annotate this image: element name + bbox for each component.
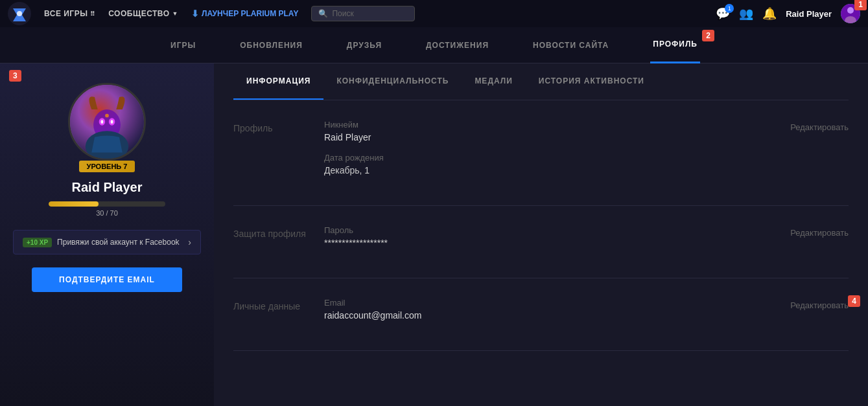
xp-label: 30 / 70: [49, 209, 165, 217]
profile-avatar-container: [68, 83, 146, 161]
sec-nav-updates[interactable]: ОБНОВЛЕНИЯ: [237, 27, 305, 63]
security-edit-button[interactable]: Редактировать: [771, 225, 849, 238]
profile-edit-button[interactable]: Редактировать: [771, 120, 849, 132]
friends-icon-btn[interactable]: 👥: [739, 6, 753, 21]
facebook-promo[interactable]: +10 XP Привяжи свой аккаунт к Facebook ›: [13, 230, 201, 254]
svg-point-1: [17, 11, 22, 16]
xp-bar-background: [49, 201, 165, 207]
password-value: ******************: [324, 238, 771, 248]
username-label[interactable]: Raid Player: [786, 9, 832, 19]
personal-section-content: Email raidaccount@gmail.com: [324, 298, 771, 331]
personal-edit-container: Редактировать 4: [771, 298, 849, 310]
svg-point-12: [105, 114, 109, 118]
birthday-value: Декабрь, 1: [324, 165, 771, 175]
birthday-label: Дата рождения: [324, 153, 771, 163]
profile-section-content: Никнейм Raid Player Дата рождения Декабр…: [324, 120, 771, 186]
dots-icon: ⠿: [90, 10, 95, 17]
right-panel: ИНФОРМАЦИЯ КОНФИДЕНЦИАЛЬНОСТЬ МЕДАЛИ ИСТ…: [214, 63, 868, 406]
sec-nav-friends[interactable]: ДРУЗЬЯ: [344, 27, 384, 63]
annotation-badge-3: 3: [9, 70, 21, 82]
nav-launcher[interactable]: ⬇ ЛАУНЧЕР PLARIUM PLAY: [191, 8, 298, 19]
email-value: raidaccount@gmail.com: [324, 310, 771, 321]
xp-bar-fill: [49, 201, 99, 207]
user-avatar-container[interactable]: 1: [841, 4, 860, 23]
password-label: Пароль: [324, 225, 771, 235]
tab-privacy[interactable]: КОНФИДЕНЦИАЛЬНОСТЬ: [323, 63, 462, 100]
svg-point-9: [101, 120, 104, 124]
personal-section: Личные данные Email raidaccount@gmail.co…: [233, 278, 849, 351]
nickname-value: Raid Player: [324, 132, 771, 142]
sec-nav-profile-container: ПРОФИЛЬ 2: [650, 27, 700, 63]
notifications-icon-btn[interactable]: 🔔: [762, 6, 777, 21]
xp-bar-container: 30 / 70: [49, 201, 165, 217]
svg-point-10: [111, 120, 113, 124]
fb-arrow-icon: ›: [188, 237, 191, 247]
fb-promo-text: Привяжи свой аккаунт к Facebook: [57, 238, 183, 247]
nickname-label: Никнейм: [324, 120, 771, 130]
profile-section-label: Профиль: [233, 120, 324, 135]
profile-info-section: Профиль Никнейм Raid Player Дата рождени…: [233, 100, 849, 206]
left-sidebar: 3: [0, 63, 214, 406]
xp-tag: +10 XP: [23, 238, 52, 247]
annotation-badge-2: 2: [702, 30, 714, 41]
nav-all-games[interactable]: ВСЕ ИГРЫ ⠿: [44, 9, 95, 18]
secondary-nav: ИГРЫ ОБНОВЛЕНИЯ ДРУЗЬЯ ДОСТИЖЕНИЯ НОВОСТ…: [0, 27, 868, 63]
top-nav: ВСЕ ИГРЫ ⠿ СООБЩЕСТВО ▼ ⬇ ЛАУНЧЕР PLARIU…: [0, 0, 868, 27]
chat-icon-btn[interactable]: 💬 1: [716, 6, 730, 21]
bell-icon: 🔔: [762, 7, 777, 20]
chevron-down-icon: ▼: [172, 10, 178, 17]
personal-edit-button[interactable]: Редактировать: [771, 298, 849, 310]
sidebar-player-name: Raid Player: [72, 180, 143, 195]
email-label: Email: [324, 298, 771, 308]
plarium-logo[interactable]: [8, 2, 31, 25]
annotation-badge-4: 4: [848, 295, 860, 307]
security-section-label: Защита профиля: [233, 225, 324, 241]
sec-nav-games[interactable]: ИГРЫ: [168, 27, 198, 63]
annotation-badge-1: 1: [854, 0, 867, 10]
profile-tabs: ИНФОРМАЦИЯ КОНФИДЕНЦИАЛЬНОСТЬ МЕДАЛИ ИСТ…: [233, 63, 849, 100]
svg-point-3: [847, 7, 854, 14]
chat-badge: 1: [725, 4, 734, 13]
profile-avatar: [68, 83, 146, 161]
download-icon: ⬇: [191, 8, 199, 19]
main-content: 3: [0, 63, 868, 406]
sec-nav-profile[interactable]: ПРОФИЛЬ: [650, 27, 700, 63]
search-bar[interactable]: 🔍 Поиск: [311, 6, 415, 21]
level-badge: УРОВЕНЬ 7: [79, 161, 135, 172]
sec-nav-achievements[interactable]: ДОСТИЖЕНИЯ: [423, 27, 491, 63]
security-section-content: Пароль ******************: [324, 225, 771, 258]
security-section: Защита профиля Пароль ******************…: [233, 206, 849, 278]
search-icon: 🔍: [318, 9, 328, 18]
confirm-email-button[interactable]: ПОДТВЕРДИТЕ EMAIL: [32, 267, 182, 292]
personal-section-label: Личные данные: [233, 298, 324, 313]
top-nav-right: 💬 1 👥 🔔 Raid Player 1: [716, 4, 860, 23]
tab-history[interactable]: ИСТОРИЯ АКТИВНОСТИ: [526, 63, 657, 100]
tab-medals[interactable]: МЕДАЛИ: [462, 63, 525, 100]
nav-community[interactable]: СООБЩЕСТВО ▼: [108, 9, 178, 18]
sec-nav-news[interactable]: НОВОСТИ САЙТА: [530, 27, 611, 63]
friends-icon: 👥: [739, 7, 753, 20]
tab-info[interactable]: ИНФОРМАЦИЯ: [233, 63, 323, 100]
